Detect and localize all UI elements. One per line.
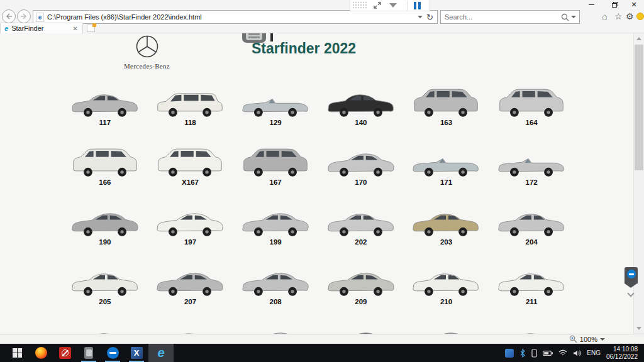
home-icon[interactable]: ⌂ <box>602 11 607 21</box>
address-dropdown-icon[interactable] <box>418 16 423 18</box>
car-item-205[interactable]: 205 <box>62 247 148 307</box>
car-item-117[interactable]: 117 <box>62 68 148 128</box>
address-bar[interactable]: e C:\Program Files (x86)\StarFinder 2022… <box>33 10 438 24</box>
car-item-210[interactable]: 210 <box>404 247 489 307</box>
tab-close-icon[interactable]: ✕ <box>73 25 78 32</box>
x-app-icon[interactable]: X <box>125 344 148 362</box>
car-photo[interactable] <box>495 198 568 237</box>
tray-app-icon[interactable] <box>505 349 514 358</box>
car-photo[interactable] <box>409 138 482 177</box>
settings-gear-icon[interactable]: ⚙ <box>626 11 634 21</box>
vertical-scrollbar[interactable] <box>633 33 644 334</box>
address-url[interactable]: C:\Program Files (x86)\StarFinder 2022\i… <box>47 13 414 21</box>
search-input[interactable] <box>441 13 561 21</box>
car-item-190[interactable]: 190 <box>62 187 148 247</box>
drag-grip-icon[interactable] <box>353 2 368 9</box>
car-item-129[interactable]: 129 <box>233 68 318 128</box>
refresh-icon[interactable]: ↻ <box>426 13 433 22</box>
new-tab-button[interactable] <box>87 25 95 32</box>
car-item-166[interactable]: 166 <box>62 128 148 187</box>
car-photo[interactable] <box>325 138 397 177</box>
car-photo[interactable] <box>239 138 312 177</box>
teamviewer-icon[interactable] <box>101 344 125 362</box>
car-item-202[interactable]: 202 <box>318 187 404 247</box>
car-item-203[interactable]: 203 <box>404 187 489 247</box>
clock[interactable]: 14:10:08 06/12/2022 <box>606 346 640 361</box>
car-photo[interactable] <box>153 138 226 177</box>
restore-button[interactable] <box>605 0 624 9</box>
car-item-199[interactable]: 199 <box>233 187 318 247</box>
car-item-cropped[interactable] <box>489 307 574 334</box>
car-photo[interactable] <box>69 198 142 237</box>
car-photo[interactable] <box>153 317 226 334</box>
teamviewer-panel-badge[interactable] <box>625 267 638 288</box>
zoom-control[interactable]: 100% <box>569 335 605 343</box>
back-button[interactable] <box>2 9 16 23</box>
car-item-170[interactable]: 170 <box>318 128 404 187</box>
car-photo[interactable] <box>325 258 397 297</box>
car-photo[interactable] <box>495 317 568 334</box>
car-item-167[interactable]: 167 <box>233 128 318 187</box>
car-photo[interactable] <box>239 79 312 118</box>
car-item-cropped[interactable] <box>404 307 489 334</box>
car-photo[interactable] <box>409 79 482 118</box>
car-photo[interactable] <box>239 317 312 334</box>
feedback-smiley-icon[interactable] <box>636 13 644 20</box>
tab-starfinder[interactable]: e StarFinder ✕ <box>0 23 83 33</box>
search-icon[interactable] <box>561 13 569 21</box>
favorites-star-icon[interactable]: ☆ <box>614 11 623 21</box>
car-item-207[interactable]: 207 <box>148 247 233 307</box>
car-item-211[interactable]: 211 <box>489 247 574 307</box>
forward-button[interactable] <box>17 9 31 23</box>
car-photo[interactable] <box>409 258 482 297</box>
car-item-140[interactable]: 140 <box>318 68 404 128</box>
car-photo[interactable] <box>325 198 397 237</box>
start-button[interactable] <box>5 344 29 362</box>
car-photo[interactable] <box>409 198 482 237</box>
car-item-171[interactable]: 171 <box>404 128 489 187</box>
car-item-cropped[interactable] <box>148 307 233 334</box>
remote-control-toolbar[interactable] <box>350 0 430 11</box>
car-item-cropped[interactable] <box>318 307 404 334</box>
multiplexer-app-icon[interactable] <box>77 344 101 362</box>
car-item-164[interactable]: 164 <box>489 68 574 128</box>
car-item-163[interactable]: 163 <box>404 68 489 128</box>
car-item-208[interactable]: 208 <box>233 247 318 307</box>
car-photo[interactable] <box>153 79 226 118</box>
car-item-172[interactable]: 172 <box>489 128 574 187</box>
pause-button[interactable] <box>407 1 427 11</box>
search-dropdown-icon[interactable] <box>571 16 576 18</box>
search-box[interactable] <box>440 10 580 24</box>
car-photo[interactable] <box>239 258 312 297</box>
car-photo[interactable] <box>69 258 142 297</box>
car-item-118[interactable]: 118 <box>148 68 233 128</box>
fullscreen-icon[interactable] <box>373 1 382 9</box>
car-photo[interactable] <box>325 317 397 334</box>
wifi-icon[interactable] <box>558 349 567 356</box>
car-item-209[interactable]: 209 <box>318 247 404 307</box>
car-item-X167[interactable]: X167 <box>148 128 233 187</box>
phone-icon[interactable] <box>531 349 537 358</box>
battery-icon[interactable] <box>543 350 553 356</box>
car-item-cropped[interactable] <box>233 307 318 334</box>
minimize-button[interactable] <box>582 0 601 9</box>
volume-icon[interactable] <box>573 349 581 357</box>
scrollbar-thumb[interactable] <box>635 45 643 170</box>
language-indicator[interactable]: ENG <box>587 349 601 356</box>
car-photo[interactable] <box>239 198 312 237</box>
close-window-button[interactable]: ✕ <box>625 0 643 9</box>
zoom-dropdown-icon[interactable] <box>600 338 605 341</box>
internet-explorer-icon[interactable]: e <box>148 344 174 362</box>
car-photo[interactable] <box>153 198 226 237</box>
scroll-up-icon[interactable] <box>636 37 641 40</box>
car-photo[interactable] <box>325 79 397 118</box>
car-photo[interactable] <box>69 79 142 118</box>
car-item-197[interactable]: 197 <box>148 187 233 247</box>
car-photo[interactable] <box>153 258 226 297</box>
car-photo[interactable] <box>69 138 142 177</box>
car-photo[interactable] <box>409 317 482 334</box>
car-photo[interactable] <box>495 79 568 118</box>
car-photo[interactable] <box>495 258 568 297</box>
car-item-cropped[interactable] <box>62 307 148 334</box>
car-photo[interactable] <box>495 138 568 177</box>
